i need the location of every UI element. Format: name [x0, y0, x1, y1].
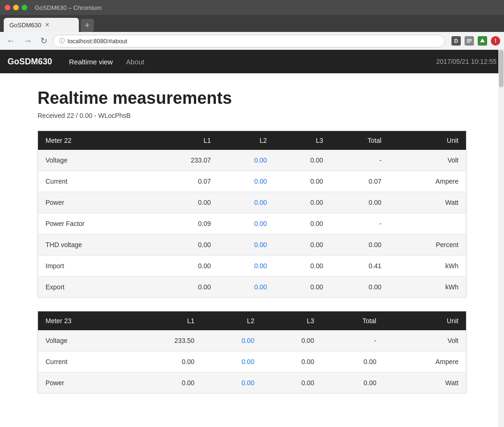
close-button[interactable] — [5, 5, 10, 10]
row-l2: 0.00 — [218, 256, 275, 277]
row-unit: Watt — [384, 373, 466, 394]
meter-22-col-l2: L2 — [218, 131, 275, 150]
row-l3: 0.00 — [275, 150, 331, 171]
new-tab-button[interactable]: + — [81, 19, 94, 32]
app-navbar: GoSDM630 Realtime view About 2017/05/21 … — [0, 50, 504, 73]
nav-realtime-view[interactable]: Realtime view — [63, 54, 118, 70]
table-row: Voltage 233.07 0.00 0.00 - Volt — [38, 150, 466, 171]
back-button[interactable]: ← — [4, 34, 18, 48]
row-total: 0.07 — [331, 171, 389, 192]
row-unit — [389, 213, 466, 234]
row-l2: 0.00 — [218, 277, 275, 298]
minimize-button[interactable] — [13, 5, 19, 10]
row-l3: 0.00 — [275, 277, 331, 298]
ext-icon-2[interactable] — [465, 36, 474, 46]
maximize-button[interactable] — [22, 5, 27, 10]
row-label: Power Factor — [38, 213, 148, 234]
row-label: Voltage — [38, 330, 127, 351]
reload-button[interactable]: ↻ — [38, 34, 50, 48]
browser-tab[interactable]: GoSDM630 × — [4, 18, 79, 32]
new-tab-icon: + — [85, 21, 90, 31]
scrollbar-track[interactable] — [498, 50, 504, 422]
row-unit: Percent — [389, 234, 466, 256]
meter-22-col-l1: L1 — [147, 131, 218, 150]
table-row: Power 0.00 0.00 0.00 0.00 Watt — [38, 192, 466, 213]
extension-icons: D ! — [451, 36, 500, 46]
table-row: Voltage 233.50 0.00 0.00 - Volt — [38, 330, 466, 351]
row-l1: 0.00 — [147, 192, 218, 213]
row-l3: 0.00 — [262, 351, 322, 373]
ext-icon-3[interactable] — [478, 36, 487, 46]
tab-close-icon[interactable]: × — [45, 21, 49, 29]
row-l3: 0.00 — [275, 213, 331, 234]
row-unit: Watt — [389, 192, 466, 213]
nav-links: Realtime view About — [63, 54, 150, 70]
row-label: Export — [38, 277, 148, 298]
meter-23-col-l2: L2 — [202, 311, 262, 331]
row-label: Current — [38, 171, 148, 192]
url-box[interactable]: ⓘ localhost:8080/#about — [53, 35, 445, 47]
row-l3: 0.00 — [275, 192, 331, 213]
ext-icon-1[interactable]: D — [451, 36, 461, 46]
row-l1: 0.00 — [126, 351, 202, 373]
meter-23-col-total: Total — [321, 311, 384, 331]
row-label: Power — [38, 192, 148, 213]
row-label: Import — [38, 256, 148, 277]
nav-time: 2017/05/21 10:12:55 — [436, 58, 496, 65]
meter-23-col-l1: L1 — [126, 311, 202, 331]
row-total: - — [331, 213, 389, 234]
meter-22-table: Meter 22 L1 L2 L3 Total Unit Voltage 233… — [38, 131, 466, 298]
row-total: 0.00 — [331, 192, 389, 213]
row-total: 0.00 — [321, 373, 384, 394]
meter-23-header-name: Meter 23 — [38, 311, 127, 331]
row-l1: 0.00 — [126, 373, 202, 394]
tab-bar: GoSDM630 × + — [0, 15, 504, 32]
address-bar: ← → ↻ ⓘ localhost:8080/#about D ! — [0, 32, 504, 50]
row-unit: Ampere — [384, 351, 466, 373]
table-row: Current 0.00 0.00 0.00 0.00 Ampere — [38, 351, 466, 373]
row-l3: 0.00 — [275, 256, 331, 277]
row-l1: 0.00 — [147, 277, 218, 298]
meter-23-col-unit: Unit — [384, 311, 466, 331]
row-total: 0.00 — [331, 234, 389, 256]
row-unit: Ampere — [389, 171, 466, 192]
meter-22-col-unit: Unit — [389, 131, 466, 150]
forward-button[interactable]: → — [21, 34, 35, 48]
row-l2: 0.00 — [202, 373, 262, 394]
row-l1: 0.00 — [147, 234, 218, 256]
page-subtitle: Received 22 / 0.00 - WLocPhsB — [38, 112, 466, 119]
row-l1: 233.07 — [147, 150, 218, 171]
row-l1: 0.09 — [147, 213, 218, 234]
row-label: Voltage — [38, 150, 148, 171]
row-l2: 0.00 — [218, 171, 275, 192]
meter-22-col-total: Total — [331, 131, 389, 150]
row-label: Power — [38, 373, 127, 394]
row-label: Current — [38, 351, 127, 373]
nav-about[interactable]: About — [120, 54, 150, 70]
meter-23-header-row: Meter 23 L1 L2 L3 Total Unit — [38, 311, 466, 331]
row-l3: 0.00 — [262, 330, 322, 351]
row-unit: kWh — [389, 256, 466, 277]
window-controls — [5, 5, 27, 10]
app-brand[interactable]: GoSDM630 — [8, 57, 52, 67]
meter-22-header-name: Meter 22 — [38, 131, 148, 150]
table-row: Current 0.07 0.00 0.00 0.07 Ampere — [38, 171, 466, 192]
row-total: 0.00 — [331, 277, 389, 298]
row-unit: Volt — [389, 150, 466, 171]
table-row: Export 0.00 0.00 0.00 0.00 kWh — [38, 277, 466, 298]
title-bar: GoSDM630 – Chromium — [0, 0, 504, 15]
row-l3: 0.00 — [262, 373, 322, 394]
row-unit: kWh — [389, 277, 466, 298]
row-unit: Volt — [384, 330, 466, 351]
table-row: Power 0.00 0.00 0.00 0.00 Watt — [38, 373, 466, 394]
row-l2: 0.00 — [218, 150, 275, 171]
row-l1: 0.00 — [147, 256, 218, 277]
meter-22-col-l3: L3 — [275, 131, 331, 150]
row-l1: 0.07 — [147, 171, 218, 192]
scrollbar-thumb[interactable] — [499, 50, 504, 87]
row-label: THD voltage — [38, 234, 148, 256]
ext-icon-4[interactable]: ! — [491, 36, 500, 46]
row-l3: 0.00 — [275, 171, 331, 192]
row-l2: 0.00 — [218, 192, 275, 213]
meter-22-header-row: Meter 22 L1 L2 L3 Total Unit — [38, 131, 466, 150]
